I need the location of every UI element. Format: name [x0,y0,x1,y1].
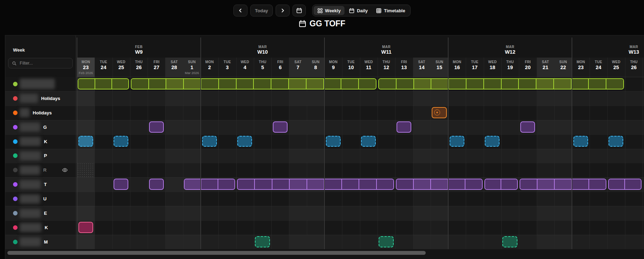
calendar-event[interactable] [202,136,217,147]
day-header-cell[interactable]: MON9 [324,58,342,77]
day-header-cell[interactable]: TUE17 [466,58,483,77]
calendar-event[interactable] [485,136,500,147]
day-header-cell[interactable]: SUN1Mar 2026 [183,58,201,77]
day-header-cell[interactable]: TUE10 [342,58,360,77]
calendar-event-bar[interactable] [396,179,482,190]
week-month-label: MAR [448,45,572,49]
horizontal-scrollbar-thumb[interactable] [7,251,426,255]
calendar-event[interactable] [78,136,93,147]
calendar-event[interactable] [326,136,341,147]
sidebar-row[interactable]: P [5,149,76,163]
date-picker-button[interactable] [292,5,306,16]
day-header-cell[interactable]: MON16 [448,58,466,77]
prev-week-button[interactable] [233,5,247,16]
calendar-event[interactable] [450,136,464,147]
calendar-event[interactable] [379,236,393,247]
day-header-cell[interactable]: SUN15 [431,58,448,77]
day-header-cell[interactable]: THU5 [254,58,271,77]
tab-timetable[interactable]: Timetable [372,6,409,15]
day-header-cell[interactable]: FRI20 [519,58,536,77]
today-button[interactable]: Today [250,5,272,16]
calendar-event-bar[interactable] [484,179,518,190]
sidebar-row[interactable] [5,77,76,91]
row-color-dot [13,197,18,201]
day-header-cell[interactable]: THU26 [130,58,148,77]
calendar-event-bar[interactable] [520,179,606,190]
day-of-week-label: SAT [165,60,183,64]
calendar-event[interactable] [114,136,128,147]
day-header-cell[interactable]: SUN8 [307,58,324,77]
day-header-cell[interactable]: FRI27 [148,58,165,77]
row-color-dot [13,153,18,158]
calendar-event[interactable] [149,179,164,190]
month-year-label: Feb 2026 [77,71,95,75]
calendar-event[interactable] [608,136,623,147]
sidebar-row[interactable]: K [5,220,76,235]
day-header-cell[interactable]: SUN22 [554,58,572,77]
day-header-cell[interactable]: TUE24 [95,58,112,77]
sidebar-row[interactable]: R [5,163,76,177]
day-header-cell[interactable]: SAT7 [289,58,307,77]
sidebar-row[interactable]: M [5,235,76,249]
day-header-cell[interactable]: MON23 [572,58,590,77]
tab-weekly[interactable]: Weekly [314,6,345,15]
sidebar-row[interactable]: Holidays [5,106,76,120]
filter-input[interactable] [19,60,69,66]
sidebar-row[interactable]: Holidays [5,91,76,106]
calendar-event[interactable] [237,136,252,147]
day-of-week-label: TUE [95,60,112,64]
calendar-event[interactable] [573,136,588,147]
week-month-label: MAR [324,45,448,49]
day-header-cell[interactable]: TUE24 [590,58,607,77]
sidebar-separator [76,35,76,249]
grid-icon [317,8,323,13]
tab-daily[interactable]: Daily [345,6,372,15]
day-header-cell[interactable]: WED11 [360,58,378,77]
event-day-cell [289,179,307,189]
day-header-cell[interactable]: TUE3 [218,58,236,77]
calendar-event-bar[interactable] [78,78,129,89]
calendar-event[interactable] [78,222,93,233]
calendar-event[interactable] [397,121,411,133]
calendar-event[interactable] [255,236,270,247]
calendar-event[interactable] [149,121,164,133]
day-header-cell[interactable]: SAT28 [165,58,183,77]
day-header-cell[interactable]: THU26 [625,58,643,77]
day-header-cell[interactable]: SAT14 [413,58,431,77]
day-header-cell[interactable]: WED4 [236,58,254,77]
day-of-week-label: MON [448,60,466,64]
calendar-event-bar[interactable] [184,179,235,190]
sidebar-row[interactable]: K [5,134,76,149]
calendar-event-bar[interactable] [131,78,376,89]
visibility-eye-icon[interactable] [62,167,68,173]
day-header-cell[interactable]: WED25 [112,58,130,77]
sidebar-row[interactable]: T [5,177,76,192]
sidebar-row[interactable]: G [5,120,76,134]
calendar-event-bar[interactable] [237,179,394,190]
day-header-cell[interactable]: WED25 [607,58,625,77]
day-header-cell[interactable]: FRI13 [395,58,413,77]
day-header-cell[interactable]: SAT21 [537,58,554,77]
day-number-label: 27 [148,65,165,70]
day-of-week-label: FRI [271,60,289,64]
day-header-cell[interactable]: THU19 [501,58,519,77]
calendar-event[interactable] [432,107,446,118]
calendar-event[interactable] [361,136,376,147]
next-week-button[interactable] [276,5,290,16]
day-header-cell[interactable]: THU12 [378,58,395,77]
event-day-cell [465,179,482,189]
calendar-event[interactable] [520,121,535,133]
day-of-week-label: MON [324,60,342,64]
calendar-event[interactable] [273,121,288,133]
calendar-event[interactable] [502,236,517,247]
calendar-event-bar[interactable] [378,78,624,89]
day-header-cell[interactable]: WED18 [484,58,501,77]
sidebar-row[interactable]: E [5,206,76,220]
calendar-event[interactable] [114,179,128,190]
event-day-cell [218,179,234,189]
day-header-cell[interactable]: MON2 [201,58,218,77]
calendar-event-bar[interactable] [608,179,642,190]
day-header-cell[interactable]: FRI6 [271,58,289,77]
day-header-cell[interactable]: MON23Feb 2026 [77,58,95,77]
sidebar-row[interactable]: U [5,192,76,206]
